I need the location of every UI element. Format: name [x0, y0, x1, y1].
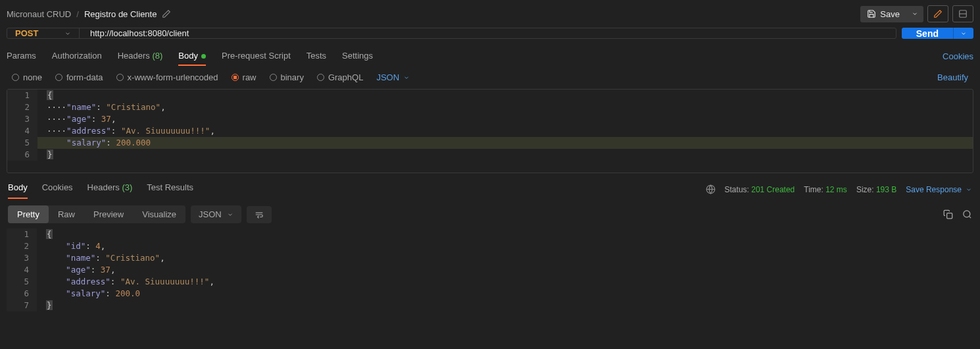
- radio-icon: [12, 74, 19, 81]
- save-disk-icon: [867, 9, 876, 18]
- chevron-down-icon: [960, 30, 967, 37]
- radio-icon: [270, 74, 277, 81]
- response-body-viewer[interactable]: 1{ 2 "id": 4, 3 "name": "Cristiano", 4 "…: [7, 228, 973, 313]
- method-url-bar: POST: [7, 28, 896, 39]
- radio-binary-label: binary: [281, 72, 304, 82]
- resp-tab-headers[interactable]: Headers (3): [87, 180, 133, 199]
- comment-button[interactable]: [952, 5, 973, 22]
- beautify-link[interactable]: Beautify: [937, 72, 968, 82]
- view-raw[interactable]: Raw: [49, 205, 84, 223]
- view-pretty[interactable]: Pretty: [8, 205, 49, 223]
- radio-selected-icon: [232, 74, 239, 81]
- svg-rect-5: [947, 213, 952, 219]
- radio-raw[interactable]: raw: [232, 72, 257, 82]
- svg-line-7: [969, 217, 971, 219]
- tab-headers-label: Headers: [118, 51, 150, 61]
- view-visualize[interactable]: Visualize: [133, 205, 185, 223]
- breadcrumb-sep: /: [76, 9, 79, 19]
- tab-prerequest[interactable]: Pre-request Script: [222, 47, 291, 66]
- radio-xwww[interactable]: x-www-form-urlencoded: [116, 72, 218, 82]
- chevron-down-icon: [64, 30, 71, 37]
- pencil-icon: [933, 9, 943, 18]
- body-format-select[interactable]: JSON: [376, 72, 410, 82]
- status-block: Status: 201 Created: [725, 185, 795, 194]
- cookies-link[interactable]: Cookies: [943, 51, 973, 61]
- tab-headers[interactable]: Headers (8): [118, 47, 163, 66]
- resp-tab-testresults[interactable]: Test Results: [147, 180, 193, 199]
- tab-authorization[interactable]: Authorization: [52, 47, 102, 66]
- save-button[interactable]: Save: [860, 6, 906, 22]
- wrap-line-button[interactable]: [247, 206, 272, 223]
- breadcrumb-parent[interactable]: Micronaut CRUD: [7, 9, 71, 19]
- save-response-button[interactable]: Save Response: [906, 185, 972, 194]
- radio-graphql-label: GraphQL: [328, 72, 363, 82]
- tab-tests[interactable]: Tests: [306, 47, 326, 66]
- breadcrumb: Micronaut CRUD / Registro de Cliente: [7, 9, 171, 19]
- copy-icon[interactable]: [943, 209, 953, 219]
- radio-xwww-label: x-www-form-urlencoded: [128, 72, 218, 82]
- resp-tab-body[interactable]: Body: [8, 180, 28, 199]
- resp-tab-headers-count: (3): [122, 182, 132, 192]
- radio-icon: [317, 74, 324, 81]
- save-response-label: Save Response: [906, 185, 962, 194]
- search-icon[interactable]: [962, 209, 972, 219]
- body-format-label: JSON: [376, 72, 399, 82]
- resp-type-select[interactable]: JSON: [191, 205, 241, 223]
- chevron-down-icon: [912, 11, 918, 17]
- request-body-editor[interactable]: 1{ 2····"name": "Cristiano", 3····"age":…: [7, 89, 973, 173]
- breadcrumb-current: Registro de Cliente: [84, 9, 157, 19]
- time-block: Time: 12 ms: [804, 185, 847, 194]
- dot-active-icon: [201, 54, 206, 59]
- tab-params[interactable]: Params: [7, 47, 36, 66]
- send-button[interactable]: Send: [902, 28, 953, 39]
- radio-none-label: none: [23, 72, 42, 82]
- globe-icon[interactable]: [706, 184, 716, 194]
- resp-tab-headers-label: Headers: [87, 182, 120, 192]
- tab-body[interactable]: Body: [178, 47, 206, 66]
- radio-binary[interactable]: binary: [270, 72, 304, 82]
- url-input[interactable]: [80, 28, 896, 38]
- radio-form-data[interactable]: form-data: [55, 72, 103, 82]
- wrap-icon: [255, 210, 264, 219]
- size-block: Size: 193 B: [856, 185, 896, 194]
- chevron-down-icon: [403, 74, 410, 81]
- resp-type-label: JSON: [199, 209, 222, 219]
- send-dropdown[interactable]: [953, 28, 973, 39]
- chevron-down-icon: [966, 186, 972, 193]
- save-dropdown[interactable]: [906, 6, 923, 22]
- edit-button[interactable]: [927, 5, 948, 22]
- method-name: POST: [15, 28, 38, 38]
- resp-tab-cookies[interactable]: Cookies: [42, 180, 73, 199]
- radio-raw-label: raw: [243, 72, 257, 82]
- tab-headers-count: (8): [152, 51, 162, 61]
- radio-graphql[interactable]: GraphQL: [317, 72, 363, 82]
- chevron-down-icon: [227, 211, 233, 218]
- save-label: Save: [880, 9, 900, 19]
- view-preview[interactable]: Preview: [84, 205, 133, 223]
- radio-none[interactable]: none: [12, 72, 42, 82]
- pencil-icon[interactable]: [162, 9, 171, 18]
- radio-icon: [116, 74, 124, 81]
- tab-body-label: Body: [178, 51, 198, 61]
- radio-formdata-label: form-data: [66, 72, 103, 82]
- svg-point-6: [964, 211, 970, 217]
- method-select[interactable]: POST: [7, 28, 80, 38]
- radio-icon: [55, 74, 62, 81]
- panel-icon: [958, 9, 968, 18]
- send-label: Send: [916, 28, 939, 39]
- tab-settings[interactable]: Settings: [342, 47, 373, 66]
